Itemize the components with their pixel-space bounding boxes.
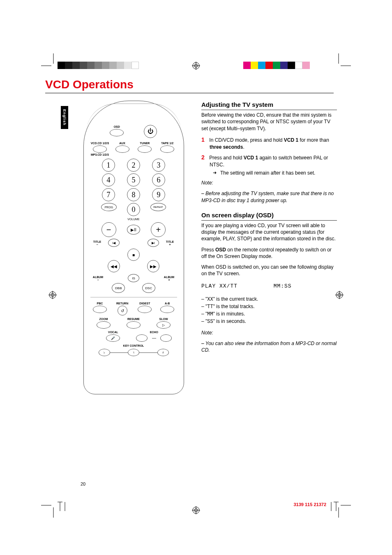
list-item: "TT" is the total tracks.: [201, 303, 337, 310]
tv-heading: Adjusting the TV system: [201, 101, 337, 110]
echo-label: ECHO: [134, 331, 175, 334]
volume-up-button[interactable]: +: [151, 222, 166, 237]
osd-p2: Press OSD on the remote control repeated…: [201, 246, 337, 260]
osd-label: OSD: [100, 125, 134, 128]
ab-label: A-B: [156, 302, 179, 305]
osd-note-label: Note:: [201, 329, 337, 336]
osd-legend-list: "XX" is the current track. "TT" is the t…: [201, 296, 337, 325]
resume-label: RESUME: [119, 318, 149, 320]
osd-p3: When OSD is switched on, you can see the…: [201, 264, 337, 277]
color-bar-left: [58, 62, 139, 69]
return-button[interactable]: ↺: [118, 306, 127, 315]
vcd-cd-button[interactable]: [93, 145, 107, 153]
aux-button[interactable]: [115, 145, 129, 153]
echo-down-button[interactable]: [136, 334, 148, 342]
osd-button[interactable]: [110, 129, 124, 136]
registration-mark-bottom: [192, 506, 200, 514]
num-2-button[interactable]: 2: [127, 159, 140, 172]
stop-button[interactable]: ■: [127, 249, 140, 261]
dbb-button[interactable]: DBB: [112, 283, 125, 293]
tape-button[interactable]: [160, 145, 174, 153]
tuner-button[interactable]: [138, 145, 152, 153]
zoom-button[interactable]: [97, 321, 111, 329]
list-item: "XX" is the current track.: [201, 296, 337, 303]
digest-label: DIGEST: [134, 302, 156, 305]
crop-mark-inner: [58, 495, 70, 511]
title-rule: [45, 93, 334, 93]
key-control-label: KEY CONTROL: [89, 344, 179, 347]
key-natural-button[interactable]: ♮: [128, 349, 139, 356]
crop-mark-inner: [326, 495, 339, 511]
album-minus-label: ALBUM −: [92, 276, 104, 281]
album-plus-label: ALBUM +: [163, 276, 175, 281]
osd-display-example: PLAY XX/TT MM:SS: [201, 283, 337, 290]
remote-control-diagram: OSD ⏻ VCD.CD 1/2/3 MP3.CD 1/2/3: [83, 101, 184, 394]
page-title: VCD Operations: [45, 78, 349, 91]
dsc-button[interactable]: DSC: [142, 283, 155, 293]
next-button[interactable]: ▶I: [148, 239, 159, 247]
tv-step-1: 1 In CD/VCD mode, press and hold VCD 1 f…: [210, 136, 337, 150]
prev-button[interactable]: I◀: [108, 239, 120, 247]
tv-note-text: – Before adjusting the TV system, make s…: [201, 190, 337, 203]
volume-label: VOLUME: [89, 218, 179, 221]
osd-p1: If you are playing a video CD, your TV s…: [201, 222, 337, 242]
volume-down-button[interactable]: −: [101, 222, 116, 237]
slow-label: SLOW: [149, 318, 179, 320]
key-flat-button[interactable]: ♭: [99, 349, 110, 356]
prog-button[interactable]: PROG: [101, 203, 117, 211]
tuner-label: TUNER: [134, 142, 156, 145]
rewind-button[interactable]: ◀◀: [108, 260, 120, 272]
power-button[interactable]: ⏻: [144, 125, 157, 138]
title-minus-label: TITLE −: [92, 240, 103, 246]
slow-button[interactable]: ▷: [157, 321, 171, 329]
num-8-button[interactable]: 8: [127, 188, 140, 201]
zoom-label: ZOOM: [89, 318, 119, 320]
mp3-cd-label: MP3.CD 1/2/3: [89, 153, 111, 156]
osd-note-text: – You can also view the information from…: [201, 340, 337, 353]
is-button[interactable]: IS: [128, 274, 139, 282]
crop-mark: [41, 53, 58, 70]
digest-button[interactable]: [138, 306, 152, 313]
step-number-1: 1: [201, 136, 208, 144]
vcd-cd-label: VCD.CD 1/2/3: [89, 142, 111, 145]
page-number: 20: [81, 481, 85, 486]
play-pause-button[interactable]: ▶II: [127, 225, 140, 235]
tv-note-label: Note:: [201, 180, 337, 186]
key-sharp-button[interactable]: ♯: [157, 349, 169, 356]
tv-step-2: 2 Press and hold VCD 1 again to switch b…: [210, 154, 337, 176]
num-1-button[interactable]: 1: [102, 159, 115, 172]
resume-button[interactable]: [127, 321, 141, 329]
registration-mark-top: [192, 62, 200, 70]
repeat-button[interactable]: REPEAT: [150, 203, 166, 211]
footer-code: 3139 115 21372: [293, 502, 326, 507]
vocal-label: VOCAL: [93, 331, 134, 334]
pbc-button[interactable]: [93, 306, 107, 313]
ab-button[interactable]: [160, 306, 174, 313]
osd-heading: On screen display (OSD): [201, 211, 337, 221]
num-6-button[interactable]: 6: [152, 173, 165, 187]
vocal-button[interactable]: 🎤: [106, 334, 120, 342]
num-0-button[interactable]: 0: [127, 203, 140, 216]
num-7-button[interactable]: 7: [102, 188, 115, 201]
echo-up-button[interactable]: [160, 334, 172, 342]
tape-label: TAPE 1/2: [156, 142, 179, 145]
num-9-button[interactable]: 9: [152, 188, 165, 201]
tv-intro: Before viewing the video CD, ensure that…: [201, 112, 337, 132]
crop-mark: [334, 53, 351, 70]
color-bar-right: [243, 62, 310, 69]
num-5-button[interactable]: 5: [127, 173, 140, 187]
list-item: "SS" is in seconds.: [201, 318, 337, 325]
crop-mark: [41, 501, 58, 518]
step-number-2: 2: [201, 154, 208, 161]
num-3-button[interactable]: 3: [152, 159, 165, 172]
tv-step-2-result: The setting will remain after it has bee…: [220, 170, 337, 176]
pbc-label: PBC: [89, 302, 111, 305]
aux-label: AUX: [111, 142, 134, 145]
return-label: RETURN: [111, 302, 134, 305]
title-plus-label: TITLE +: [165, 240, 175, 246]
num-4-button[interactable]: 4: [102, 173, 115, 187]
fast-forward-button[interactable]: ▶▶: [147, 260, 159, 272]
list-item: "MM" is in minutes.: [201, 311, 337, 318]
